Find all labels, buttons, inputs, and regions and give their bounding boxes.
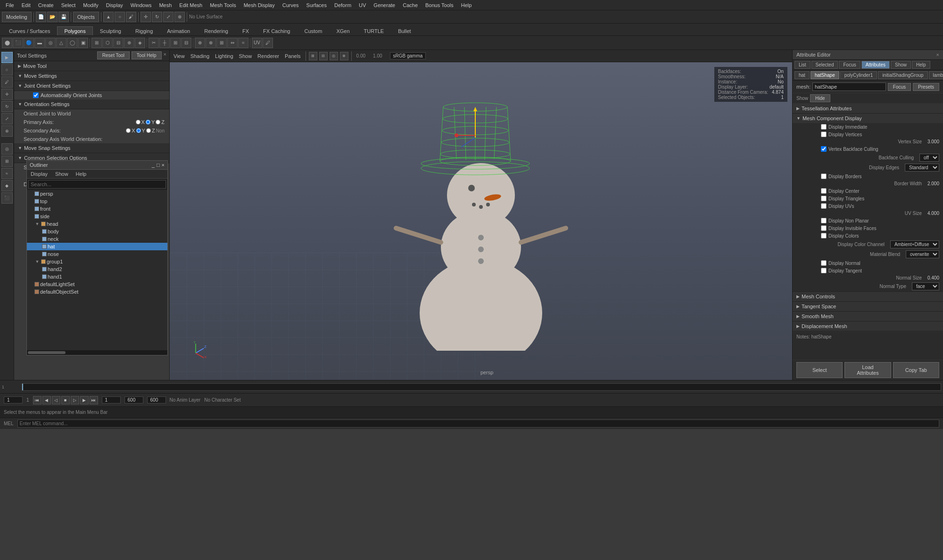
move-tool-header[interactable]: ▶ Move Tool — [14, 61, 169, 71]
poly-cone-icon[interactable]: △ — [56, 38, 66, 48]
menu-help[interactable]: Help — [457, 0, 476, 10]
mesh-name-input[interactable] — [812, 82, 886, 91]
outliner-default-object-set-item[interactable]: defaultObjectSet — [27, 288, 167, 296]
outliner-display-menu[interactable]: Display — [29, 171, 50, 177]
display-invisible-checkbox[interactable] — [821, 225, 827, 231]
go-to-end-button[interactable]: ⏭ — [90, 396, 98, 404]
display-tangent-checkbox[interactable] — [821, 268, 827, 273]
tab-fx-caching[interactable]: FX Caching — [256, 26, 297, 35]
outliner-group1-item[interactable]: ▼ group1 — [27, 258, 167, 265]
mode-selector[interactable]: Modeling — [2, 12, 32, 22]
select-tool-icon[interactable]: ▶ — [1, 52, 13, 63]
attr-tab-selected[interactable]: Selected — [811, 61, 838, 69]
hide-button[interactable]: Hide — [810, 94, 830, 102]
vp-lighting-menu[interactable]: Lighting — [213, 53, 235, 59]
menu-surfaces[interactable]: Surfaces — [303, 0, 331, 10]
outliner-body-item[interactable]: body — [27, 228, 167, 235]
outliner-hand2-item[interactable]: hand2 — [27, 265, 167, 273]
lasso-tool-icon[interactable]: ○ — [1, 64, 13, 75]
tab-bullet[interactable]: Bullet — [391, 26, 418, 35]
display-vertices-checkbox[interactable] — [821, 132, 827, 137]
new-scene-icon[interactable]: 📄 — [36, 12, 46, 22]
menu-select[interactable]: Select — [58, 0, 80, 10]
outliner-front-item[interactable]: front — [27, 205, 167, 213]
split-poly-icon[interactable]: ✂ — [149, 38, 159, 48]
tab-animation[interactable]: Animation — [160, 26, 197, 35]
backface-culling-select[interactable]: off on — [919, 154, 939, 162]
node-tab-hat[interactable]: hat — [794, 71, 810, 79]
vertex-backface-checkbox[interactable] — [821, 146, 827, 152]
auto-orient-checkbox[interactable] — [33, 92, 39, 98]
lasso-icon[interactable]: ○ — [115, 12, 125, 22]
copy-tab-button[interactable]: Copy Tab — [893, 362, 939, 378]
presets-button[interactable]: Presets — [913, 83, 939, 91]
display-uvs-checkbox[interactable] — [821, 203, 827, 209]
tab-fx[interactable]: FX — [235, 26, 256, 35]
scale-tool-icon[interactable]: ⤢ — [1, 113, 13, 124]
primary-x-radio[interactable] — [136, 120, 141, 124]
outliner-close-icon[interactable]: × — [162, 162, 165, 168]
menu-mesh-tools[interactable]: Mesh Tools — [206, 0, 240, 10]
uv-editor-icon[interactable]: UV — [252, 38, 262, 48]
play-forward-button[interactable]: ▷ — [71, 396, 79, 404]
step-forward-button[interactable]: ▶ — [80, 396, 89, 404]
outliner-nose-item[interactable]: nose — [27, 250, 167, 258]
connect-icon[interactable]: ⊕ — [124, 38, 134, 48]
outliner-side-item[interactable]: side — [27, 213, 167, 220]
outliner-neck-item[interactable]: neck — [27, 235, 167, 243]
open-scene-icon[interactable]: 📂 — [47, 12, 58, 22]
attr-header-close-icon[interactable]: × — [936, 52, 939, 58]
focus-button[interactable]: Focus — [888, 83, 911, 91]
insert-edge-icon[interactable]: ┼ — [159, 38, 170, 48]
snap-to-curve-icon[interactable]: ≈ — [1, 168, 13, 179]
display-color-channel-select[interactable]: Ambient+Diffuse Diffuse Ambient — [890, 240, 939, 248]
normal-type-select[interactable]: face vertex — [912, 282, 939, 290]
menu-windows[interactable]: Windows — [127, 0, 156, 10]
rotate-icon[interactable]: ↻ — [152, 12, 162, 22]
outliner-top-item[interactable]: top — [27, 198, 167, 205]
step-back-button[interactable]: ◀ — [42, 396, 51, 404]
attr-tab-help[interactable]: Help — [912, 61, 930, 69]
universal-manip-icon[interactable]: ⊕ — [1, 125, 13, 137]
menu-file[interactable]: File — [2, 0, 18, 10]
menu-display[interactable]: Display — [102, 0, 127, 10]
outliner-default-light-set-item[interactable]: defaultLightSet — [27, 280, 167, 288]
menu-deform[interactable]: Deform — [331, 0, 355, 10]
node-tab-lambert1[interactable]: lambert1 — [929, 71, 943, 79]
menu-mesh[interactable]: Mesh — [155, 0, 175, 10]
timeline-end-input[interactable] — [124, 396, 143, 404]
reset-tool-button[interactable]: Reset Tool — [97, 51, 130, 59]
secondary-y-radio[interactable] — [136, 128, 141, 133]
outliner-hscroll-thumb[interactable] — [28, 351, 66, 354]
rotate-tool-icon[interactable]: ↻ — [1, 101, 13, 112]
extrude-icon[interactable]: ⊞ — [91, 38, 102, 48]
menu-modify[interactable]: Modify — [79, 0, 102, 10]
outliner-maximize-icon[interactable]: □ — [157, 162, 160, 168]
poly-sphere-icon[interactable]: ⬤ — [2, 38, 12, 48]
poly-cylinder-icon[interactable]: 🔵 — [24, 38, 34, 48]
menu-generate[interactable]: Generate — [370, 0, 399, 10]
display-immediate-checkbox[interactable] — [821, 124, 827, 130]
outliner-hat-item[interactable]: hat — [27, 243, 167, 250]
tab-xgen[interactable]: XGen — [329, 26, 356, 35]
outliner-persp-item[interactable]: persp — [27, 190, 167, 198]
menu-mesh-display[interactable]: Mesh Display — [240, 0, 279, 10]
tab-polygons[interactable]: Polygons — [57, 26, 92, 35]
primary-y-radio[interactable] — [146, 120, 150, 124]
play-back-button[interactable]: ◁ — [52, 396, 60, 404]
tool-settings-close-icon[interactable]: × — [164, 51, 166, 59]
material-blend-select[interactable]: overwrite multiply add — [906, 250, 939, 258]
secondary-z-radio[interactable] — [146, 128, 151, 133]
display-triangles-checkbox[interactable] — [821, 196, 827, 201]
snap-to-grid-icon[interactable]: ⊞ — [1, 156, 13, 167]
menu-uv[interactable]: UV — [355, 0, 370, 10]
secondary-x-radio[interactable] — [126, 128, 131, 133]
vp-icon-4[interactable]: ⊕ — [340, 52, 348, 60]
sculpt-icon[interactable]: 🖊 — [263, 38, 273, 48]
mirror-icon[interactable]: ⇔ — [227, 38, 238, 48]
offset-edge-icon[interactable]: ⊞ — [170, 38, 181, 48]
move-settings-header[interactable]: ▼ Move Settings — [14, 71, 169, 81]
attr-tab-show[interactable]: Show — [891, 61, 911, 69]
move-tool-icon[interactable]: ✛ — [1, 89, 13, 100]
outliner-help-menu[interactable]: Help — [74, 171, 89, 177]
